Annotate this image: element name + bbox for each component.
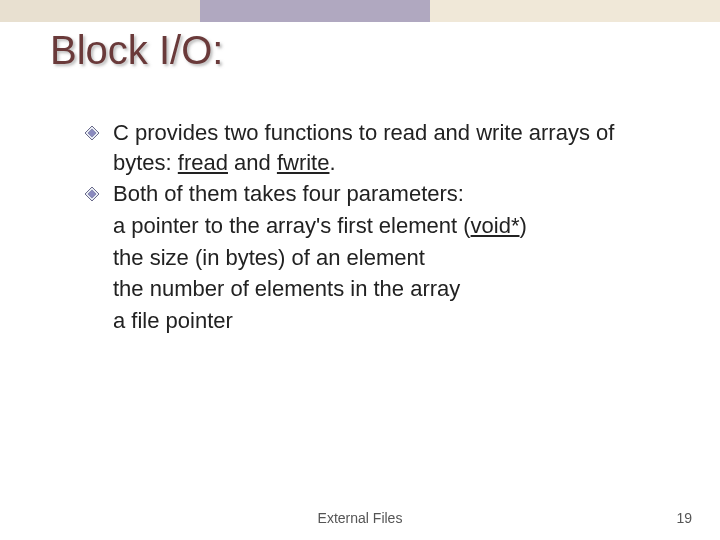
diamond-bullet-icon (85, 187, 99, 201)
text-fragment: ) (520, 213, 527, 238)
slide: Block I/O: C provides two functions to r… (0, 0, 720, 540)
sub-line: a pointer to the array's first element (… (113, 211, 665, 241)
sub-line: the size (in bytes) of an element (113, 243, 665, 273)
underlined-term: fread (178, 150, 228, 175)
bullet-item: Both of them takes four parameters: (85, 179, 665, 209)
slide-body: C provides two functions to read and wri… (85, 118, 665, 338)
text-fragment: . (329, 150, 335, 175)
sub-line: a file pointer (113, 306, 665, 336)
sub-line: the number of elements in the array (113, 274, 665, 304)
diamond-bullet-icon (85, 126, 99, 140)
bullet-text: C provides two functions to read and wri… (113, 118, 665, 177)
decorative-top-band (0, 0, 720, 22)
band-segment (0, 0, 200, 22)
slide-title: Block I/O: (50, 28, 223, 73)
page-number: 19 (676, 510, 692, 526)
bullet-item: C provides two functions to read and wri… (85, 118, 665, 177)
underlined-term: fwrite (277, 150, 330, 175)
bullet-text: Both of them takes four parameters: (113, 179, 665, 209)
footer-title: External Files (0, 510, 720, 526)
underlined-term: void* (471, 213, 520, 238)
text-fragment: a pointer to the array's first element ( (113, 213, 471, 238)
text-fragment: and (228, 150, 277, 175)
band-segment (430, 0, 720, 22)
band-segment (200, 0, 430, 22)
